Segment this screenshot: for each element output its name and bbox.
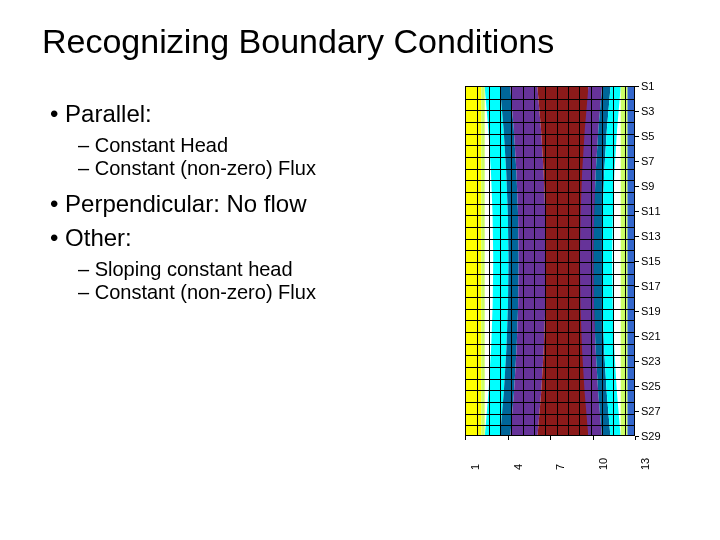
sub-constant-flux-2: Constant (non-zero) Flux [78, 281, 430, 304]
x-tick-label: 4 [512, 464, 524, 470]
bullet-parallel: Parallel: [50, 100, 430, 128]
x-tick-label: 1 [469, 464, 481, 470]
y-tick-label: S5 [641, 131, 654, 142]
x-tick-label: 10 [597, 458, 609, 470]
y-tick-label: S23 [641, 356, 661, 367]
y-tick-label: S19 [641, 306, 661, 317]
y-tick-label: S29 [641, 431, 661, 442]
y-tick-label: S27 [641, 406, 661, 417]
chart-container: S1S3S5S7S9S11S13S15S17S19S21S23S25S27S29… [465, 86, 695, 496]
bullet-list: Parallel: Constant Head Constant (non-ze… [50, 100, 430, 304]
bullet-other: Other: [50, 224, 430, 252]
y-tick-label: S7 [641, 156, 654, 167]
y-tick-label: S13 [641, 231, 661, 242]
contour-chart [465, 86, 635, 436]
y-tick-label: S1 [641, 81, 654, 92]
y-tick-label: S9 [641, 181, 654, 192]
sub-sloping: Sloping constant head [78, 258, 430, 281]
x-tick-label: 7 [554, 464, 566, 470]
y-tick-label: S11 [641, 206, 661, 217]
sub-constant-head: Constant Head [78, 134, 430, 157]
y-tick-label: S25 [641, 381, 661, 392]
slide-title: Recognizing Boundary Conditions [42, 22, 554, 61]
bullet-perpendicular: Perpendicular: No flow [50, 190, 430, 218]
x-tick-label: 13 [639, 458, 651, 470]
y-tick-label: S3 [641, 106, 654, 117]
x-axis-labels: 1471013 [465, 442, 635, 492]
sub-constant-flux-1: Constant (non-zero) Flux [78, 157, 430, 180]
y-tick-label: S17 [641, 281, 661, 292]
y-tick-label: S21 [641, 331, 661, 342]
y-tick-label: S15 [641, 256, 661, 267]
